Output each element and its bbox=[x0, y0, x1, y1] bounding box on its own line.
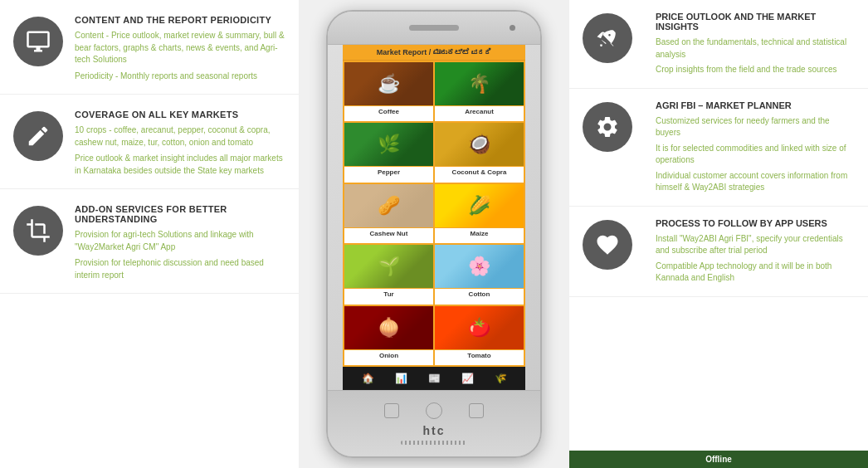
feature-content-desc-1: Periodicity - Monthly reports and season… bbox=[75, 71, 285, 83]
feature-process-text: PROCESS TO FOLLOW BY APP USERS Install "… bbox=[656, 218, 855, 288]
phone-container: Market Report / ಮಾರುಕಟ್ಟೆ ವರದಿ ☕ Coffee … bbox=[326, 10, 542, 458]
rocket-icon bbox=[595, 26, 620, 51]
phone-speaker-bottom bbox=[401, 441, 467, 445]
crop-cell-onion: 🧅 Onion bbox=[344, 306, 433, 365]
center-panel: Market Report / ಮಾರುಕಟ್ಟೆ ವರದಿ ☕ Coffee … bbox=[299, 0, 569, 468]
crop-label-coffee: Coffee bbox=[344, 105, 433, 117]
feature-coverage-text: COVERAGE ON ALL KEY MARKETS 10 crops - c… bbox=[75, 110, 285, 177]
crop-label-tomato: Tomato bbox=[435, 349, 524, 361]
crop-cell-coffee: ☕ Coffee bbox=[344, 62, 433, 121]
feature-process-desc-0: Install "Way2ABI Agri FBI", specify your… bbox=[656, 233, 855, 257]
feature-addon-desc-0: Provision for agri-tech Solutions and li… bbox=[75, 229, 285, 253]
crop-image-cashew: 🥜 bbox=[344, 184, 433, 227]
footer-home-icon: 🏠 bbox=[362, 373, 374, 384]
crop-label-onion: Onion bbox=[344, 349, 433, 361]
crop-image-tur: 🌱 bbox=[344, 245, 433, 288]
phone-bottom: htc bbox=[328, 390, 540, 456]
feature-content-report: CONTENT AND THE REPORT PERIODICITY Conte… bbox=[0, 0, 299, 95]
left-panel: CONTENT AND THE REPORT PERIODICITY Conte… bbox=[0, 0, 299, 468]
feature-process: PROCESS TO FOLLOW BY APP USERS Install "… bbox=[569, 207, 868, 297]
back-button[interactable] bbox=[384, 403, 399, 418]
monitor-icon-circle bbox=[13, 17, 63, 66]
screen-footer: 🏠 📊 📰 📈 🌾 bbox=[343, 367, 525, 390]
crop-label-cashew: Cashew Nut bbox=[344, 227, 433, 239]
feature-agri-title: AGRI FBI – MARKET PLANNER bbox=[656, 100, 855, 110]
feature-process-desc-1: Compatible App technology and it will be… bbox=[656, 261, 855, 285]
feature-agri-desc-2: Individual customer account covers infor… bbox=[656, 170, 855, 194]
feature-addon-title: ADD-ON SERVICES FOR BETTER UNDERSTANDING bbox=[75, 204, 285, 224]
feature-content-desc-0: Content - Price outlook, market review &… bbox=[75, 30, 285, 66]
feature-addon-text: ADD-ON SERVICES FOR BETTER UNDERSTANDING… bbox=[75, 204, 285, 281]
feature-agri-desc-1: It is for selected commodities and linke… bbox=[656, 143, 855, 167]
coconut-emoji: 🥥 bbox=[468, 134, 490, 155]
edit-icon bbox=[26, 124, 51, 149]
feature-coverage-desc-0: 10 crops - coffee, arecanut, pepper, coc… bbox=[75, 124, 285, 149]
crop-cell-cashew: 🥜 Cashew Nut bbox=[344, 184, 433, 243]
rocket-icon-circle bbox=[583, 13, 632, 63]
home-button[interactable] bbox=[426, 402, 442, 419]
footer-market-icon: 📊 bbox=[395, 373, 407, 384]
crop-label-arecanut: Arecanut bbox=[435, 105, 524, 117]
phone-top bbox=[328, 12, 540, 45]
feature-coverage: COVERAGE ON ALL KEY MARKETS 10 crops - c… bbox=[0, 95, 299, 189]
phone-brand: htc bbox=[423, 424, 446, 437]
feature-price-outlook: PRICE OUTLOOK AND THE MARKET INSIGHTS Ba… bbox=[569, 0, 868, 89]
crop-image-pepper: 🌿 bbox=[344, 123, 433, 166]
feature-addon: ADD-ON SERVICES FOR BETTER UNDERSTANDING… bbox=[0, 189, 299, 294]
heart-icon-circle bbox=[583, 220, 632, 270]
gear-icon-circle bbox=[583, 102, 632, 152]
crop-cell-arecanut: 🌴 Arecanut bbox=[435, 62, 524, 121]
crop-image-coffee: ☕ bbox=[344, 62, 433, 105]
crop-image-arecanut: 🌴 bbox=[435, 62, 524, 105]
feature-content-title: CONTENT AND THE REPORT PERIODICITY bbox=[75, 15, 285, 25]
crop-label-tur: Tur bbox=[344, 288, 433, 300]
feature-agri-desc-0: Customized services for needy farmers an… bbox=[656, 115, 855, 139]
tur-emoji: 🌱 bbox=[378, 256, 400, 277]
crop-label-cotton: Cotton bbox=[435, 288, 524, 300]
crop-cell-tur: 🌱 Tur bbox=[344, 245, 433, 304]
feature-addon-desc-1: Provision for telephonic discussion and … bbox=[75, 257, 285, 281]
pepper-emoji: 🌿 bbox=[378, 134, 400, 155]
crop-image-cotton: 🌸 bbox=[435, 245, 524, 288]
coffee-emoji: ☕ bbox=[378, 73, 400, 95]
crop-cell-coconut: 🥥 Coconut & Copra bbox=[435, 123, 524, 182]
offline-label: Offline bbox=[705, 455, 732, 464]
crop-label-maize: Maize bbox=[435, 227, 524, 239]
feature-price-text: PRICE OUTLOOK AND THE MARKET INSIGHTS Ba… bbox=[656, 12, 855, 80]
phone-camera bbox=[510, 25, 515, 31]
crop-image-coconut: 🥥 bbox=[435, 123, 524, 166]
crop-image-tomato: 🍅 bbox=[435, 306, 524, 349]
phone-speaker bbox=[409, 25, 459, 31]
cotton-emoji: 🌸 bbox=[468, 256, 490, 277]
phone-nav-buttons bbox=[384, 402, 484, 419]
footer-market2-icon: 📈 bbox=[461, 373, 474, 384]
heart-icon bbox=[595, 232, 620, 257]
feature-content-text: CONTENT AND THE REPORT PERIODICITY Conte… bbox=[75, 15, 285, 82]
feature-price-desc-0: Based on the fundamentals, technical and… bbox=[656, 37, 855, 61]
offline-bar: Offline bbox=[569, 451, 868, 468]
phone-screen: Market Report / ಮಾರುಕಟ್ಟೆ ವರದಿ ☕ Coffee … bbox=[343, 45, 525, 390]
edit-icon-circle bbox=[13, 111, 63, 161]
crop-cell-maize: 🌽 Maize bbox=[435, 184, 524, 243]
phone-body: Market Report / ಮಾರುಕಟ್ಟೆ ವರದಿ ☕ Coffee … bbox=[326, 10, 542, 458]
crop-cell-tomato: 🍅 Tomato bbox=[435, 306, 524, 365]
feature-agri-fbi: AGRI FBI – MARKET PLANNER Customized ser… bbox=[569, 89, 868, 207]
crop-label-coconut: Coconut & Copra bbox=[435, 166, 524, 178]
menu-button[interactable] bbox=[469, 403, 484, 418]
onion-emoji: 🧅 bbox=[378, 317, 400, 339]
screen-header: Market Report / ಮಾರುಕಟ್ಟೆ ವರದಿ bbox=[343, 45, 525, 61]
monitor-icon bbox=[26, 29, 51, 54]
arecanut-emoji: 🌴 bbox=[468, 73, 490, 95]
crop-icon-circle bbox=[13, 206, 63, 256]
gear-icon bbox=[595, 115, 620, 139]
screen-grid: ☕ Coffee 🌴 Arecanut 🌿 bbox=[343, 61, 525, 367]
right-panel: PRICE OUTLOOK AND THE MARKET INSIGHTS Ba… bbox=[569, 0, 868, 468]
footer-news-icon: 📰 bbox=[428, 373, 441, 384]
feature-price-title: PRICE OUTLOOK AND THE MARKET INSIGHTS bbox=[656, 12, 855, 32]
crop-label-pepper: Pepper bbox=[344, 166, 433, 178]
feature-coverage-desc-1: Price outlook & market insight includes … bbox=[75, 153, 285, 177]
tomato-emoji: 🍅 bbox=[468, 317, 490, 339]
feature-price-desc-1: Crop insights from the field and the tra… bbox=[656, 64, 855, 76]
crop-cell-cotton: 🌸 Cotton bbox=[435, 245, 524, 304]
footer-agri-icon: 🌾 bbox=[495, 373, 507, 384]
